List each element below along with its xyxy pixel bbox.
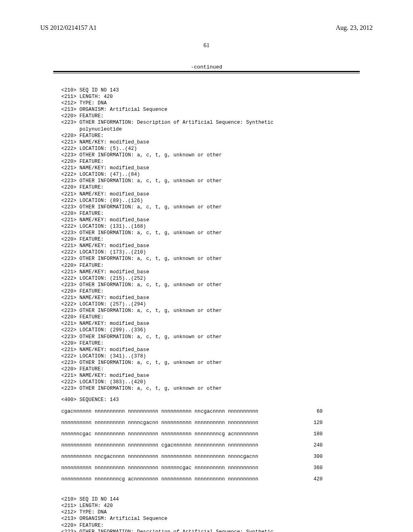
sequence-text: cgacnnnnnn nnnnnnnnnn nnnnnnnnnn nnnnnnn… xyxy=(61,408,258,415)
page-number: 61 xyxy=(40,42,373,49)
sequence-position: 240 xyxy=(313,442,360,449)
sequence-row: nnnnnnnnnn nnnnnnnnnn nnnnnnnnnn nnnnnnc… xyxy=(61,465,360,471)
sequence-row: nnnnnnnnnn nnnnnnnncg acnnnnnnnn nnnnnnn… xyxy=(61,476,360,482)
sequence-position: 360 xyxy=(313,465,360,471)
seq-143-header-block: <210> SEQ ID NO 143 <211> LENGTH: 420 <2… xyxy=(61,87,360,392)
sequence-text: nnnnnnnnnn nnnnnnnnnn nnnncgacnn nnnnnnn… xyxy=(61,420,258,426)
sequence-text: nnnnnncgac nnnnnnnnnn nnnnnnnnnn nnnnnnn… xyxy=(61,431,258,437)
continued-section: -continued <210> SEQ ID NO 143 <211> LEN… xyxy=(53,64,360,532)
continued-divider xyxy=(53,71,360,73)
seq-143-sequence-rows: cgacnnnnnn nnnnnnnnnn nnnnnnnnnn nnnnnnn… xyxy=(61,408,360,483)
sequence-row: nnnnnnnnnn nncgacnnnn nnnnnnnnnn nnnnnnn… xyxy=(61,453,360,460)
sequence-text: nnnnnnnnnn nncgacnnnn nnnnnnnnnn nnnnnnn… xyxy=(61,453,258,460)
seq-143-sequence-label: <400> SEQUENCE: 143 xyxy=(61,397,360,403)
sequence-text: nnnnnnnnnn nnnnnnnnnn nnnnnnnnnn cgacnnn… xyxy=(61,442,258,449)
page-header: US 2012/0214157 A1 Aug. 23, 2012 xyxy=(40,24,373,31)
publication-number: US 2012/0214157 A1 xyxy=(40,24,97,31)
sequence-position: 120 xyxy=(313,420,360,426)
publication-date: Aug. 23, 2012 xyxy=(336,24,373,31)
continued-label: -continued xyxy=(53,64,360,70)
sequence-position: 420 xyxy=(313,476,360,482)
sequence-row: nnnnnncgac nnnnnnnnnn nnnnnnnnnn nnnnnnn… xyxy=(61,431,360,437)
sequence-position: 60 xyxy=(317,408,360,415)
seq-144-header-block: <210> SEQ ID NO 144 <211> LENGTH: 420 <2… xyxy=(61,496,360,532)
page: US 2012/0214157 A1 Aug. 23, 2012 61 -con… xyxy=(0,0,413,532)
sequence-text: nnnnnnnnnn nnnnnnnncg acnnnnnnnn nnnnnnn… xyxy=(61,476,258,482)
sequence-row: cgacnnnnnn nnnnnnnnnn nnnnnnnnnn nnnnnnn… xyxy=(61,408,360,415)
sequence-position: 180 xyxy=(313,431,360,437)
sequence-row: nnnnnnnnnn nnnnnnnnnn nnnnnnnnnn cgacnnn… xyxy=(61,442,360,449)
sequence-row: nnnnnnnnnn nnnnnnnnnn nnnncgacnn nnnnnnn… xyxy=(61,420,360,426)
sequence-position: 300 xyxy=(313,453,360,460)
sequence-text: nnnnnnnnnn nnnnnnnnnn nnnnnnnnnn nnnnnnc… xyxy=(61,465,258,471)
